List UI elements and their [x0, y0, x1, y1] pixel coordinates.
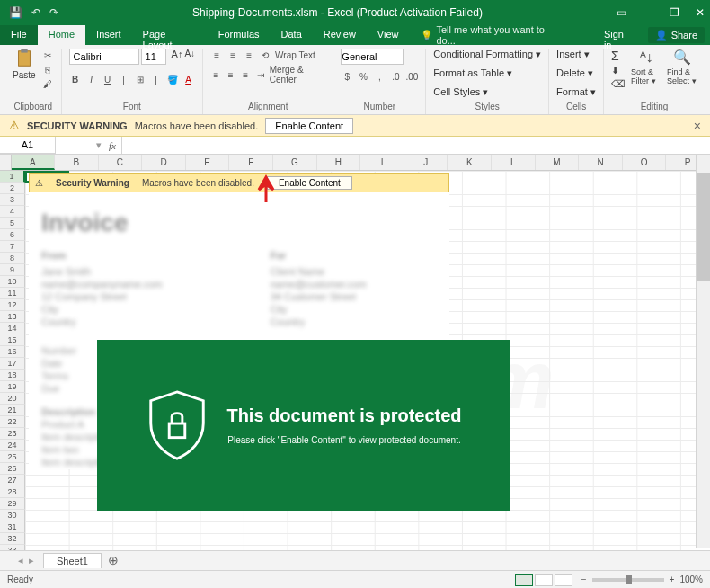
align-right-icon[interactable]: ≡	[240, 68, 251, 81]
column-header[interactable]: J	[404, 155, 448, 170]
row-header[interactable]: 13	[0, 311, 25, 323]
row-header[interactable]: 6	[0, 229, 25, 241]
formula-input[interactable]	[122, 137, 710, 154]
row-header[interactable]: 32	[0, 533, 25, 545]
row-header[interactable]: 18	[0, 370, 25, 381]
decrease-font-icon[interactable]: A↓	[184, 49, 195, 65]
sheet-nav-next-icon[interactable]: ▸	[29, 555, 34, 566]
decrease-decimal-icon[interactable]: .00	[405, 70, 418, 83]
new-sheet-button[interactable]: ⊕	[105, 553, 121, 569]
row-header[interactable]: 29	[0, 498, 25, 510]
font-name-input[interactable]	[69, 49, 139, 65]
sheet-nav-prev-icon[interactable]: ◂	[18, 555, 23, 566]
indent-icon[interactable]: ⇥	[254, 68, 265, 81]
dismiss-warning-icon[interactable]: ×	[694, 119, 701, 133]
row-header[interactable]: 25	[0, 451, 25, 463]
row-header[interactable]: 16	[0, 346, 25, 358]
sign-in-link[interactable]: Sign in	[595, 25, 643, 45]
align-bottom-icon[interactable]: ≡	[243, 49, 255, 61]
italic-button[interactable]: I	[85, 73, 98, 85]
column-header[interactable]: G	[273, 155, 317, 170]
increase-decimal-icon[interactable]: .0	[389, 70, 402, 83]
zoom-level[interactable]: 100%	[679, 575, 703, 584]
sheet-tab-sheet1[interactable]: Sheet1	[43, 553, 102, 568]
row-header[interactable]: 15	[0, 334, 25, 346]
tab-page-layout[interactable]: Page Layout	[132, 25, 208, 45]
page-break-view-button[interactable]	[555, 574, 572, 586]
zoom-in-button[interactable]: +	[670, 575, 675, 584]
column-header[interactable]: I	[360, 155, 404, 170]
row-header[interactable]: 7	[0, 241, 25, 253]
fill-icon[interactable]: ⬇	[611, 65, 626, 76]
column-header[interactable]: A	[12, 155, 56, 170]
find-select-button[interactable]: 🔍 Find & Select ▾	[667, 49, 697, 85]
redo-icon[interactable]: ↷	[49, 6, 58, 19]
border-button[interactable]: ⊞	[134, 73, 146, 85]
close-icon[interactable]: ✕	[696, 6, 705, 19]
sort-filter-button[interactable]: ᴬ↓ Sort & Filter ▾	[631, 49, 661, 85]
underline-button[interactable]: U	[102, 73, 114, 85]
column-header[interactable]: E	[186, 155, 230, 170]
column-header[interactable]: N	[579, 155, 623, 170]
undo-icon[interactable]: ↶	[31, 6, 40, 19]
tab-insert[interactable]: Insert	[85, 25, 132, 45]
zoom-slider[interactable]	[592, 578, 664, 582]
tell-me[interactable]: 💡 Tell me what you want to do...	[410, 25, 573, 45]
format-as-table-button[interactable]: Format as Table ▾	[433, 67, 512, 79]
row-header[interactable]: 14	[0, 323, 25, 334]
column-header[interactable]: L	[492, 155, 536, 170]
align-top-icon[interactable]: ≡	[210, 49, 223, 61]
row-header[interactable]: 19	[0, 381, 25, 393]
orientation-icon[interactable]: ⟲	[259, 49, 271, 61]
align-center-icon[interactable]: ≡	[226, 68, 236, 81]
row-header[interactable]: 4	[0, 206, 25, 218]
vertical-scrollbar[interactable]	[696, 155, 710, 548]
tab-review[interactable]: Review	[313, 25, 367, 45]
column-header[interactable]: B	[55, 155, 99, 170]
wrap-text-button[interactable]: Wrap Text	[275, 49, 315, 61]
fx-icon[interactable]: fx	[109, 140, 116, 151]
align-left-icon[interactable]: ≡	[210, 68, 221, 81]
minimize-icon[interactable]: —	[643, 6, 653, 19]
column-header[interactable]: D	[142, 155, 186, 170]
row-header[interactable]: 22	[0, 416, 25, 428]
row-header[interactable]: 21	[0, 405, 25, 416]
row-header[interactable]: 20	[0, 393, 25, 405]
column-header[interactable]: O	[623, 155, 667, 170]
row-header[interactable]: 9	[0, 264, 25, 276]
column-header[interactable]: H	[317, 155, 361, 170]
font-color-button[interactable]: A	[182, 73, 195, 85]
clear-icon[interactable]: ⌫	[611, 78, 626, 90]
tab-data[interactable]: Data	[271, 25, 313, 45]
name-box[interactable]	[0, 137, 56, 154]
page-layout-view-button[interactable]	[535, 574, 553, 586]
row-header[interactable]: 31	[0, 521, 25, 533]
increase-font-icon[interactable]: A↑	[172, 49, 183, 65]
tab-view[interactable]: View	[367, 25, 410, 45]
row-header[interactable]: 11	[0, 288, 25, 299]
row-header[interactable]: 30	[0, 510, 25, 521]
fill-color-button[interactable]: 🪣	[166, 73, 179, 85]
row-header[interactable]: 24	[0, 440, 25, 451]
column-header[interactable]: K	[448, 155, 492, 170]
row-header[interactable]: 26	[0, 463, 25, 475]
row-header[interactable]: 23	[0, 428, 25, 440]
select-all-corner[interactable]	[0, 155, 12, 170]
save-icon[interactable]: 💾	[9, 6, 22, 19]
row-header[interactable]: 5	[0, 218, 25, 229]
conditional-formatting-button[interactable]: Conditional Formatting ▾	[433, 49, 541, 60]
font-size-input[interactable]	[141, 49, 166, 65]
paste-button[interactable]: Paste	[13, 49, 36, 80]
format-painter-icon[interactable]: 🖌	[41, 77, 54, 90]
insert-cells-button[interactable]: Insert ▾	[556, 49, 590, 60]
delete-cells-button[interactable]: Delete ▾	[556, 67, 593, 79]
autosum-icon[interactable]: Σ	[611, 49, 626, 63]
row-header[interactable]: 33	[0, 545, 25, 550]
row-header[interactable]: 27	[0, 475, 25, 486]
copy-icon[interactable]: ⎘	[41, 63, 54, 76]
tab-formulas[interactable]: Formulas	[208, 25, 271, 45]
normal-view-button[interactable]	[515, 574, 533, 586]
currency-icon[interactable]: $	[341, 70, 353, 83]
share-button[interactable]: 👤 Share	[648, 27, 705, 43]
comma-icon[interactable]: ,	[373, 70, 386, 83]
